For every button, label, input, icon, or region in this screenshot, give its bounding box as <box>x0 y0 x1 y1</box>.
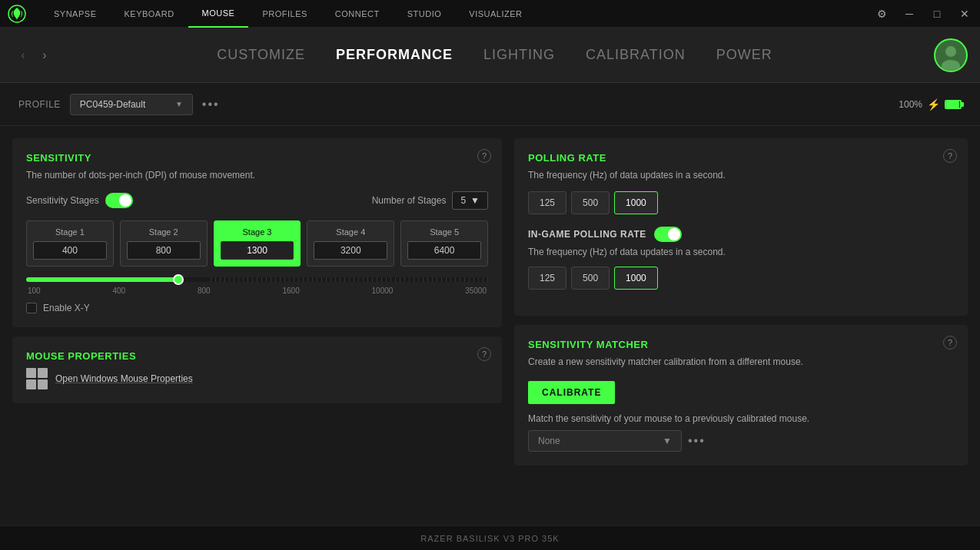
none-select[interactable]: None ▼ <box>528 430 682 452</box>
mouse-props-help-button[interactable]: ? <box>477 347 491 361</box>
slider-label-5: 35000 <box>465 287 487 295</box>
slider-track <box>26 277 488 282</box>
device-name: RAZER BASILISK V3 PRO 35K <box>420 534 559 543</box>
polling-rate-title: POLLING RATE <box>528 152 954 164</box>
slider-label-3: 1600 <box>283 287 300 295</box>
stage-1-value[interactable]: 400 <box>33 241 107 260</box>
slider-ticks <box>211 277 488 282</box>
battery-fill <box>946 101 959 108</box>
stage-3[interactable]: Stage 3 1300 <box>214 220 301 267</box>
profile-value: PC0459-Default <box>80 99 145 110</box>
slider-label-4: 10000 <box>372 287 394 295</box>
nav-studio[interactable]: STUDIO <box>394 0 456 28</box>
svg-point-2 <box>945 46 956 57</box>
slider-label-0: 100 <box>28 287 41 295</box>
profile-options-button[interactable]: ••• <box>202 98 220 111</box>
sensitivity-description: The number of dots-per-inch (DPI) of mou… <box>26 170 488 181</box>
nav-mouse[interactable]: MOUSE <box>188 0 249 28</box>
rate-125[interactable]: 125 <box>528 191 566 214</box>
sec-nav-tabs: CUSTOMIZE PERFORMANCE LIGHTING CALIBRATI… <box>55 44 934 66</box>
sensitivity-stages-toggle[interactable] <box>105 193 133 208</box>
polling-rate-help-button[interactable]: ? <box>943 149 957 163</box>
stage-4-label: Stage 4 <box>336 227 365 237</box>
slider-thumb[interactable] <box>173 274 184 285</box>
win-square-4 <box>38 379 48 389</box>
tab-calibration[interactable]: CALIBRATION <box>586 44 686 66</box>
num-stages-group: Number of Stages 5 ▼ <box>372 191 488 210</box>
toolbar: PROFILE PC0459-Default ▼ ••• 100% ⚡ <box>0 83 980 126</box>
stage-4-value[interactable]: 3200 <box>314 241 387 260</box>
win-square-1 <box>26 368 36 378</box>
calibrate-button[interactable]: CALIBRATE <box>528 381 615 404</box>
in-game-rate-buttons: 125 500 1000 <box>528 267 954 290</box>
charging-icon: ⚡ <box>927 98 940 111</box>
rate-1000[interactable]: 1000 <box>614 191 658 214</box>
app-logo <box>6 3 28 25</box>
sensitivity-controls-row: Sensitivity Stages Number of Stages 5 ▼ <box>26 191 488 210</box>
sensitivity-matcher-help-button[interactable]: ? <box>943 336 957 350</box>
nav-connect[interactable]: CONNECT <box>321 0 394 28</box>
stage-5[interactable]: Stage 5 6400 <box>400 220 488 267</box>
stage-5-value[interactable]: 6400 <box>407 241 481 260</box>
in-game-polling-toggle[interactable] <box>654 227 682 242</box>
nav-keyboard[interactable]: KEYBOARD <box>110 0 188 28</box>
num-stages-label: Number of Stages <box>372 195 447 206</box>
polling-rate-description: The frequency (Hz) of data updates in a … <box>528 170 954 181</box>
in-game-rate-125[interactable]: 125 <box>528 267 566 290</box>
tab-lighting[interactable]: LIGHTING <box>483 44 555 66</box>
none-value: None <box>538 436 560 446</box>
window-controls: ⚙ ─ □ ✕ <box>872 5 974 23</box>
polling-rate-card: ? POLLING RATE The frequency (Hz) of dat… <box>514 138 968 316</box>
windows-mouse-properties-link[interactable]: Open Windows Mouse Properties <box>26 368 488 389</box>
nav-forward-arrow[interactable]: › <box>34 45 55 66</box>
polling-rate-buttons: 125 500 1000 <box>528 191 954 214</box>
close-button[interactable]: ✕ <box>955 5 974 23</box>
win-square-3 <box>26 379 36 389</box>
profile-label: PROFILE <box>18 99 61 110</box>
enable-xy-group: Enable X-Y <box>26 303 488 313</box>
tab-power[interactable]: POWER <box>716 44 772 66</box>
rate-500[interactable]: 500 <box>571 191 610 214</box>
sensitivity-card: ? SENSITIVITY The number of dots-per-inc… <box>12 138 502 327</box>
none-dropdown-group: None ▼ ••• <box>528 430 954 452</box>
sensitivity-title: SENSITIVITY <box>26 152 488 164</box>
dpi-slider[interactable]: 100 400 800 1600 10000 35000 <box>26 277 488 295</box>
settings-button[interactable]: ⚙ <box>872 5 891 23</box>
windows-icon <box>26 368 48 389</box>
in-game-rate-1000[interactable]: 1000 <box>614 267 658 290</box>
tab-performance[interactable]: PERFORMANCE <box>336 44 453 66</box>
sec-nav: ‹ › CUSTOMIZE PERFORMANCE LIGHTING CALIB… <box>0 28 980 83</box>
slider-label-2: 800 <box>198 287 211 295</box>
sensitivity-stages-toggle-group: Sensitivity Stages <box>26 193 133 208</box>
tab-customize[interactable]: CUSTOMIZE <box>217 44 305 66</box>
sensitivity-matcher-description: Create a new sensitivity matcher calibra… <box>528 356 954 367</box>
stage-2[interactable]: Stage 2 800 <box>120 220 208 267</box>
slider-labels: 100 400 800 1600 10000 35000 <box>26 287 488 295</box>
in-game-rate-500[interactable]: 500 <box>571 267 610 290</box>
status-bar: RAZER BASILISK V3 PRO 35K <box>0 525 980 550</box>
num-stages-select[interactable]: 5 ▼ <box>452 191 488 210</box>
right-panel: ? POLLING RATE The frequency (Hz) of dat… <box>514 138 968 513</box>
nav-synapse[interactable]: SYNAPSE <box>40 0 110 28</box>
sensitivity-matcher-title: SENSITIVITY MATCHER <box>528 339 954 350</box>
none-options-button[interactable]: ••• <box>688 434 706 448</box>
stage-1[interactable]: Stage 1 400 <box>26 220 114 267</box>
stage-2-value[interactable]: 800 <box>127 241 201 260</box>
maximize-button[interactable]: □ <box>928 5 946 23</box>
stage-3-value[interactable]: 1300 <box>221 241 294 260</box>
num-stages-arrow: ▼ <box>470 195 480 206</box>
in-game-polling-label: IN-GAME POLLING RATE <box>528 229 646 240</box>
profile-dropdown-arrow: ▼ <box>175 100 183 108</box>
nav-back-arrow[interactable]: ‹ <box>12 45 34 66</box>
win-square-2 <box>38 368 48 378</box>
enable-xy-label: Enable X-Y <box>43 303 90 313</box>
nav-visualizer[interactable]: VISUALIZER <box>455 0 536 28</box>
battery-percentage: 100% <box>899 99 922 110</box>
enable-xy-checkbox[interactable] <box>26 303 37 313</box>
minimize-button[interactable]: ─ <box>900 5 919 23</box>
profile-dropdown[interactable]: PC0459-Default ▼ <box>70 94 193 115</box>
stage-4[interactable]: Stage 4 3200 <box>307 220 394 267</box>
nav-profiles[interactable]: PROFILES <box>248 0 321 28</box>
sensitivity-help-button[interactable]: ? <box>477 149 491 163</box>
num-stages-value: 5 <box>460 195 466 206</box>
